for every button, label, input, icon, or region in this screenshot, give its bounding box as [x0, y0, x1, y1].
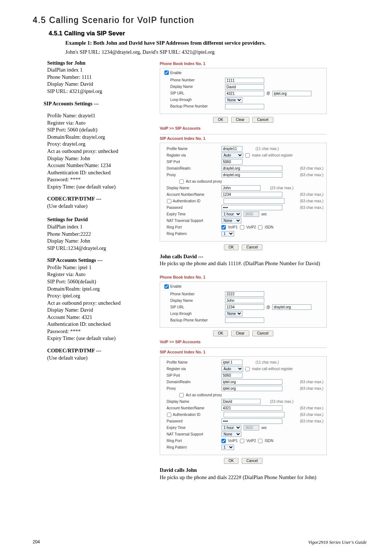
outbound-proxy-checkbox[interactable]	[179, 393, 184, 397]
proxy-input[interactable]	[221, 386, 282, 391]
account-num-input[interactable]	[221, 405, 282, 411]
cancel-button[interactable]: Cancel	[242, 458, 262, 464]
text-line: Register via: Auto	[47, 271, 152, 278]
voip1-checkbox[interactable]	[221, 225, 226, 230]
display-name-input[interactable]	[221, 185, 261, 191]
text-line: (Use default value)	[47, 203, 152, 210]
text-line: DialPlan index 1	[47, 223, 152, 231]
clear-button[interactable]: Clear	[231, 331, 249, 336]
sip-url-user-input[interactable]	[225, 91, 264, 96]
outbound-proxy-label: Act as outbound proxy	[186, 393, 222, 398]
john-sip-title: SIP Accounts Settings ---	[44, 100, 152, 108]
proxy-label: Proxy	[163, 173, 219, 178]
voip2-label: VoIP2	[246, 438, 256, 443]
sip-port-input[interactable]	[221, 159, 242, 165]
make-call-checkbox[interactable]	[245, 153, 250, 158]
ok-button[interactable]: OK	[224, 458, 238, 464]
ok-button[interactable]: OK	[213, 117, 228, 123]
account-num-input[interactable]	[221, 192, 282, 197]
text-line: Register via: Auto	[47, 119, 152, 127]
voip2-checkbox[interactable]	[240, 439, 244, 443]
loop-through-select[interactable]: None	[225, 311, 242, 316]
cancel-button[interactable]: Cancel	[252, 331, 273, 336]
cancel-button[interactable]: Cancel	[242, 244, 262, 250]
loop-through-select[interactable]: None	[225, 97, 242, 103]
profile-name-input[interactable]	[221, 146, 242, 151]
panel-title: Phone Book Index No. 1	[160, 275, 327, 280]
example-title: Example 1: Both John and David have SIP …	[65, 39, 367, 46]
hint-text: (63 char max.)	[300, 205, 323, 210]
password-input[interactable]	[221, 205, 282, 210]
nat-traversal-select[interactable]: None	[221, 432, 241, 437]
profile-name-label: Profile Name	[163, 146, 219, 151]
ring-pattern-select[interactable]: 1	[221, 231, 234, 236]
sip-url-domain-input[interactable]	[272, 304, 311, 310]
ok-button[interactable]: OK	[213, 331, 228, 336]
hint-text: (63 char max.)	[300, 380, 323, 385]
text-line: Expiry Time: (use default value)	[47, 335, 152, 342]
panel-title: Phone Book Index No. 1	[160, 61, 327, 66]
text-line: (Use default value)	[47, 355, 152, 362]
profile-name-input[interactable]	[221, 360, 242, 365]
enable-checkbox[interactable]	[164, 70, 169, 75]
register-via-select[interactable]: Auto	[221, 366, 243, 372]
display-name-input[interactable]	[225, 298, 264, 303]
at-label: @	[266, 305, 270, 310]
cancel-button[interactable]: Cancel	[252, 117, 273, 123]
text-line: Phone Number:2222	[47, 231, 152, 238]
auth-id-checkbox[interactable]	[167, 413, 171, 417]
voip1-label: VoIP1	[228, 438, 238, 443]
clear-button[interactable]: Clear	[231, 117, 249, 123]
john-codec-title: CODEC/RTP/DTMF ---	[47, 195, 152, 203]
nat-traversal-label: NAT Traversal Support	[163, 218, 219, 223]
nat-traversal-select[interactable]: None	[221, 218, 241, 223]
voip2-label: VoIP2	[246, 225, 256, 230]
make-call-checkbox[interactable]	[245, 367, 250, 371]
enable-checkbox[interactable]	[164, 284, 169, 289]
domain-realm-input[interactable]	[221, 379, 282, 385]
expiry-time-select[interactable]: 1 hour	[221, 211, 241, 217]
password-input[interactable]	[221, 418, 282, 424]
expiry-time-select[interactable]: 1 hour	[221, 425, 241, 430]
phone-number-input[interactable]	[225, 291, 264, 297]
display-name-input[interactable]	[225, 84, 264, 90]
account-num-label: Account Number/Name	[163, 192, 219, 197]
isdn-checkbox[interactable]	[258, 439, 262, 443]
sip-port-input[interactable]	[221, 373, 242, 378]
intro-line: John's SIP URL: 1234@draytel.org, David'…	[65, 49, 367, 56]
phone-number-input[interactable]	[225, 78, 264, 83]
voip2-checkbox[interactable]	[240, 225, 244, 230]
isdn-checkbox[interactable]	[258, 225, 262, 230]
phone-number-label: Phone Number	[163, 78, 223, 83]
backup-phone-input[interactable]	[225, 104, 264, 109]
sip-url-user-input[interactable]	[225, 304, 264, 310]
panel-title: VoIP >> SIP Accounts	[160, 339, 327, 345]
sip-url-label: SIP URL	[163, 91, 223, 96]
voip1-label: VoIP1	[228, 225, 238, 230]
right-column: Phone Book Index No. 1 Enable Phone Numb…	[160, 60, 367, 481]
ok-button[interactable]: OK	[224, 244, 238, 250]
password-label: Password	[163, 419, 219, 424]
auth-id-input[interactable]	[224, 412, 285, 417]
sip-url-domain-input[interactable]	[272, 91, 311, 96]
auth-id-input[interactable]	[224, 198, 285, 204]
sub-panel-title: SIP Account Index No. 1	[160, 349, 327, 355]
auth-id-checkbox[interactable]	[167, 199, 171, 203]
panel-title: VoIP >> SIP Accounts	[160, 126, 327, 131]
register-via-select[interactable]: Auto	[221, 153, 243, 158]
domain-realm-input[interactable]	[221, 166, 282, 171]
ring-pattern-select[interactable]: 1	[221, 445, 234, 450]
voip1-checkbox[interactable]	[221, 439, 226, 443]
expiry-value-input	[244, 425, 259, 430]
enable-label: Enable	[170, 284, 181, 289]
text-line: Phone Number: 1111	[47, 74, 152, 81]
backup-phone-input[interactable]	[225, 317, 264, 323]
isdn-label: ISDN	[265, 225, 273, 230]
outbound-proxy-checkbox[interactable]	[179, 179, 184, 184]
text-line: DialPlan index 1	[47, 66, 152, 74]
proxy-input[interactable]	[221, 172, 282, 178]
sip-john-panel: VoIP >> SIP Accounts SIP Account Index N…	[160, 126, 327, 250]
expiry-time-label: Expiry Time	[163, 425, 219, 430]
ring-pattern-label: Ring Pattern	[163, 231, 219, 236]
display-name-input[interactable]	[221, 399, 261, 404]
